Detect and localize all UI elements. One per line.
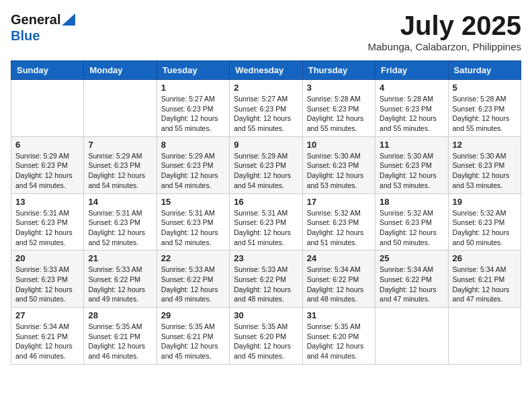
day-number: 12 xyxy=(453,140,517,150)
table-row: 20Sunrise: 5:33 AM Sunset: 6:23 PM Dayli… xyxy=(11,250,84,308)
day-number: 11 xyxy=(380,140,443,150)
col-sunday: Sunday xyxy=(11,61,84,80)
table-row: 16Sunrise: 5:31 AM Sunset: 6:23 PM Dayli… xyxy=(230,193,302,250)
col-thursday: Thursday xyxy=(302,61,375,80)
day-number: 19 xyxy=(453,197,517,207)
table-row xyxy=(11,80,84,137)
day-info: Sunrise: 5:31 AM Sunset: 6:23 PM Dayligh… xyxy=(88,208,152,248)
day-number: 28 xyxy=(88,310,152,320)
table-row: 7Sunrise: 5:29 AM Sunset: 6:23 PM Daylig… xyxy=(84,136,157,193)
month-title: July 2025 xyxy=(368,11,521,41)
col-tuesday: Tuesday xyxy=(157,61,229,80)
day-number: 26 xyxy=(453,253,517,263)
day-info: Sunrise: 5:30 AM Sunset: 6:23 PM Dayligh… xyxy=(380,151,443,191)
day-number: 17 xyxy=(307,197,371,207)
table-row: 26Sunrise: 5:34 AM Sunset: 6:21 PM Dayli… xyxy=(448,250,521,308)
day-info: Sunrise: 5:33 AM Sunset: 6:22 PM Dayligh… xyxy=(234,265,298,304)
table-row: 2Sunrise: 5:27 AM Sunset: 6:23 PM Daylig… xyxy=(230,80,302,137)
table-row: 29Sunrise: 5:35 AM Sunset: 6:21 PM Dayli… xyxy=(157,308,229,365)
table-row: 12Sunrise: 5:30 AM Sunset: 6:23 PM Dayli… xyxy=(448,136,521,193)
day-info: Sunrise: 5:31 AM Sunset: 6:23 PM Dayligh… xyxy=(15,208,79,248)
table-row: 27Sunrise: 5:34 AM Sunset: 6:21 PM Dayli… xyxy=(11,308,84,365)
location-title: Mabunga, Calabarzon, Philippines xyxy=(368,41,521,52)
day-number: 7 xyxy=(88,140,152,150)
day-info: Sunrise: 5:29 AM Sunset: 6:23 PM Dayligh… xyxy=(234,151,298,191)
day-number: 25 xyxy=(380,253,443,263)
day-number: 29 xyxy=(161,310,225,320)
col-friday: Friday xyxy=(375,61,448,80)
svg-marker-0 xyxy=(62,13,75,26)
table-row: 19Sunrise: 5:32 AM Sunset: 6:23 PM Dayli… xyxy=(448,193,521,250)
calendar-row: 20Sunrise: 5:33 AM Sunset: 6:23 PM Dayli… xyxy=(11,250,521,308)
col-saturday: Saturday xyxy=(448,61,521,80)
day-number: 27 xyxy=(15,310,79,320)
day-info: Sunrise: 5:29 AM Sunset: 6:23 PM Dayligh… xyxy=(15,151,79,191)
calendar-row: 27Sunrise: 5:34 AM Sunset: 6:21 PM Dayli… xyxy=(11,308,521,365)
logo-general-text: General xyxy=(11,12,60,28)
table-row: 22Sunrise: 5:33 AM Sunset: 6:22 PM Dayli… xyxy=(157,250,229,308)
day-number: 8 xyxy=(161,140,225,150)
table-row: 4Sunrise: 5:28 AM Sunset: 6:23 PM Daylig… xyxy=(375,80,448,137)
table-row: 9Sunrise: 5:29 AM Sunset: 6:23 PM Daylig… xyxy=(230,136,302,193)
day-number: 30 xyxy=(234,310,298,320)
day-info: Sunrise: 5:29 AM Sunset: 6:23 PM Dayligh… xyxy=(88,151,152,191)
header: General Blue July 2025 Mabunga, Calabarz… xyxy=(11,11,521,52)
day-number: 31 xyxy=(307,310,371,320)
day-number: 5 xyxy=(453,83,517,93)
day-number: 24 xyxy=(307,253,371,263)
table-row: 28Sunrise: 5:35 AM Sunset: 6:21 PM Dayli… xyxy=(84,308,157,365)
table-row: 25Sunrise: 5:34 AM Sunset: 6:22 PM Dayli… xyxy=(375,250,448,308)
day-number: 14 xyxy=(88,197,152,207)
calendar-row: 1Sunrise: 5:27 AM Sunset: 6:23 PM Daylig… xyxy=(11,80,521,137)
day-number: 15 xyxy=(161,197,225,207)
day-number: 22 xyxy=(161,253,225,263)
calendar-row: 13Sunrise: 5:31 AM Sunset: 6:23 PM Dayli… xyxy=(11,193,521,250)
day-info: Sunrise: 5:33 AM Sunset: 6:22 PM Dayligh… xyxy=(88,265,152,304)
day-number: 4 xyxy=(380,83,443,93)
day-info: Sunrise: 5:34 AM Sunset: 6:21 PM Dayligh… xyxy=(453,265,517,304)
day-info: Sunrise: 5:28 AM Sunset: 6:23 PM Dayligh… xyxy=(380,94,443,134)
col-wednesday: Wednesday xyxy=(230,61,302,80)
day-number: 16 xyxy=(234,197,298,207)
table-row: 14Sunrise: 5:31 AM Sunset: 6:23 PM Dayli… xyxy=(84,193,157,250)
table-row: 24Sunrise: 5:34 AM Sunset: 6:22 PM Dayli… xyxy=(302,250,375,308)
day-info: Sunrise: 5:35 AM Sunset: 6:20 PM Dayligh… xyxy=(307,322,371,361)
col-monday: Monday xyxy=(84,61,157,80)
title-section: July 2025 Mabunga, Calabarzon, Philippin… xyxy=(368,11,521,52)
table-row: 31Sunrise: 5:35 AM Sunset: 6:20 PM Dayli… xyxy=(302,308,375,365)
day-info: Sunrise: 5:27 AM Sunset: 6:23 PM Dayligh… xyxy=(234,94,298,134)
table-row: 30Sunrise: 5:35 AM Sunset: 6:20 PM Dayli… xyxy=(230,308,302,365)
day-info: Sunrise: 5:30 AM Sunset: 6:23 PM Dayligh… xyxy=(453,151,517,191)
calendar-row: 6Sunrise: 5:29 AM Sunset: 6:23 PM Daylig… xyxy=(11,136,521,193)
table-row xyxy=(375,308,448,365)
table-row: 5Sunrise: 5:28 AM Sunset: 6:23 PM Daylig… xyxy=(448,80,521,137)
day-number: 20 xyxy=(15,253,79,263)
day-info: Sunrise: 5:28 AM Sunset: 6:23 PM Dayligh… xyxy=(307,94,371,134)
table-row: 23Sunrise: 5:33 AM Sunset: 6:22 PM Dayli… xyxy=(230,250,302,308)
table-row: 17Sunrise: 5:32 AM Sunset: 6:23 PM Dayli… xyxy=(302,193,375,250)
table-row: 1Sunrise: 5:27 AM Sunset: 6:23 PM Daylig… xyxy=(157,80,229,137)
day-info: Sunrise: 5:33 AM Sunset: 6:23 PM Dayligh… xyxy=(15,265,79,304)
logo-blue-text: Blue xyxy=(11,28,40,43)
day-number: 1 xyxy=(161,83,225,93)
table-row: 3Sunrise: 5:28 AM Sunset: 6:23 PM Daylig… xyxy=(302,80,375,137)
day-info: Sunrise: 5:34 AM Sunset: 6:21 PM Dayligh… xyxy=(15,322,79,361)
day-info: Sunrise: 5:32 AM Sunset: 6:23 PM Dayligh… xyxy=(380,208,443,248)
table-row: 18Sunrise: 5:32 AM Sunset: 6:23 PM Dayli… xyxy=(375,193,448,250)
table-row xyxy=(84,80,157,137)
logo: General Blue xyxy=(11,11,75,44)
day-info: Sunrise: 5:27 AM Sunset: 6:23 PM Dayligh… xyxy=(161,94,225,134)
day-info: Sunrise: 5:35 AM Sunset: 6:20 PM Dayligh… xyxy=(234,322,298,361)
table-row: 13Sunrise: 5:31 AM Sunset: 6:23 PM Dayli… xyxy=(11,193,84,250)
table-row: 15Sunrise: 5:31 AM Sunset: 6:23 PM Dayli… xyxy=(157,193,229,250)
day-number: 13 xyxy=(15,197,79,207)
day-info: Sunrise: 5:35 AM Sunset: 6:21 PM Dayligh… xyxy=(161,322,225,361)
table-row: 21Sunrise: 5:33 AM Sunset: 6:22 PM Dayli… xyxy=(84,250,157,308)
table-row: 11Sunrise: 5:30 AM Sunset: 6:23 PM Dayli… xyxy=(375,136,448,193)
day-number: 9 xyxy=(234,140,298,150)
table-row xyxy=(448,308,521,365)
day-info: Sunrise: 5:31 AM Sunset: 6:23 PM Dayligh… xyxy=(161,208,225,248)
day-info: Sunrise: 5:29 AM Sunset: 6:23 PM Dayligh… xyxy=(161,151,225,191)
day-number: 18 xyxy=(380,197,443,207)
day-number: 21 xyxy=(88,253,152,263)
